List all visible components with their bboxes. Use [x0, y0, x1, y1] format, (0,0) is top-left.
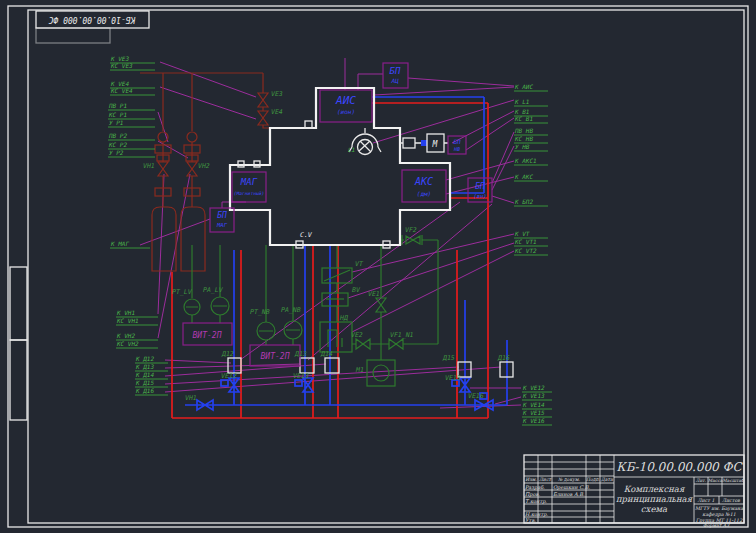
- terminal-label: КС VТ2: [514, 247, 537, 254]
- terminal-label: К VЕ15: [522, 409, 545, 416]
- motor-label: М: [432, 140, 439, 149]
- tag-ve16: VЕ16: [468, 392, 484, 400]
- terminal-label: К VЕ3: [110, 55, 129, 62]
- doc-title-2: принципиальная: [616, 494, 694, 504]
- terminal-label: У Р2: [109, 149, 124, 156]
- bp-mag-sub: МАГ: [216, 222, 228, 228]
- col-doc: № докум.: [558, 477, 581, 483]
- terminal-label: ПВ Р1: [108, 102, 127, 109]
- terminal-label: К БП2: [514, 198, 533, 205]
- sheets-cell: Листов: [722, 498, 740, 503]
- terminal-label: К В1: [514, 108, 529, 115]
- tag-vn2: VН2: [198, 162, 210, 170]
- col-list: Лист: [539, 477, 551, 482]
- pump-m1-box: [367, 360, 395, 386]
- foreline-piping: [192, 235, 438, 360]
- bp-vn-sub: (вн): [473, 193, 486, 199]
- terminal-label: К VЕ4: [110, 80, 129, 87]
- row-utv-role: Утв.: [525, 517, 536, 523]
- filing-stamp-text: КБ-10.00.00.000 ФС: [48, 15, 136, 24]
- bp-top-label: БП: [390, 66, 401, 76]
- cad-drawing-sheet: КБ-10.00.00.000 ФС: [0, 0, 756, 533]
- cv-label: С.V: [300, 231, 313, 239]
- drawing-frame-inner: [28, 10, 744, 523]
- terminal-label: КС VЕ4: [110, 87, 133, 94]
- tag-d14: Д14: [320, 350, 333, 358]
- tag-pa-nb: PA_NB: [281, 306, 301, 314]
- vit2-label: ВИТ-2П: [261, 352, 290, 361]
- tag-ve12: VЕ12: [221, 372, 237, 380]
- side-stamp-1: [10, 267, 27, 340]
- aks-label: АКС: [414, 176, 433, 187]
- org-line-2: кафедра №11: [702, 512, 736, 517]
- tag-vt: VТ: [355, 260, 364, 268]
- terminal-label: К Д13: [135, 363, 154, 370]
- filing-stamp-box-2: [36, 28, 110, 43]
- ais-label: АИС: [335, 94, 356, 107]
- terminal-label: К Д14: [135, 371, 154, 378]
- terminal-label: КС Р2: [108, 141, 127, 148]
- feedthrough-box: [403, 138, 415, 148]
- tag-pt-lv: PT_LV: [172, 288, 193, 296]
- terminal-label: У НВ: [515, 143, 530, 150]
- doc-title-3: схема: [641, 504, 668, 514]
- row-razrab-role: Разраб.: [525, 484, 545, 491]
- tag-ve3: VЕ3: [271, 90, 283, 98]
- row-prov-name: Блинов А.В.: [553, 491, 585, 497]
- col-izm: Изм.: [525, 477, 537, 482]
- tag-vn1: VН1: [143, 162, 155, 170]
- valve-actuator-ve13: [295, 380, 302, 386]
- title-block: КБ-10.00.00.000 ФС Комплексная принципиа…: [524, 455, 745, 524]
- doc-number: КБ-10.00.00.000 ФС: [616, 460, 743, 474]
- tag-bv: BV: [352, 286, 361, 294]
- lit-header: Лит.: [696, 478, 707, 483]
- bp-mag-label: БП: [217, 211, 227, 220]
- device-vt-mark: [324, 270, 350, 281]
- bp-vn-label: БП: [475, 182, 485, 191]
- massa-header: Масса: [708, 478, 723, 483]
- terminal-label: К Д16: [135, 387, 154, 394]
- mag-sublabel: (Магнитный): [234, 191, 264, 196]
- bp-nv-label: БП: [453, 138, 461, 145]
- coupling-block: [421, 140, 427, 146]
- vit1-label: ВИТ-2П: [193, 331, 222, 340]
- terminal-label: ПВ Р2: [108, 132, 127, 139]
- tag-ve15: VЕ15: [445, 374, 461, 382]
- terminal-label: К VЕ12: [522, 384, 545, 391]
- mag-label: МАГ: [240, 177, 258, 187]
- terminal-label: КС Р1: [108, 111, 127, 118]
- row-prov-role: Пров.: [525, 491, 540, 498]
- gas-cylinder-2: [181, 207, 205, 271]
- bp-top-sub: АЦ: [390, 77, 399, 84]
- terminal-label: КС В1: [514, 115, 533, 122]
- terminal-label: КС VН1: [116, 317, 139, 324]
- terminal-label: К VН2: [116, 332, 135, 339]
- format-note: Формат А3: [703, 523, 730, 528]
- terminal-label: К VН1: [116, 309, 135, 316]
- terminal-label: КС VТ1: [514, 238, 537, 245]
- terminal-label: К Д12: [135, 355, 154, 362]
- gas-gauge-2: [187, 132, 197, 142]
- terminal-label: К АКС1: [514, 157, 537, 164]
- terminal-label: К АИС: [514, 83, 533, 90]
- terminal-label: К VЕ13: [522, 392, 545, 399]
- sensor-d14: [325, 358, 339, 373]
- terminal-label: К Д15: [135, 379, 154, 386]
- ion-gauge-l1-body: [358, 140, 373, 155]
- tag-l1: L1: [348, 146, 355, 153]
- masshtab-header: Масштаб: [722, 478, 745, 483]
- tag-d16: Д16: [497, 354, 510, 362]
- aks-sublabel: (дм): [417, 190, 431, 197]
- terminal-label: К L1: [514, 98, 529, 105]
- terminal-label: К МАГ: [110, 240, 129, 247]
- bp-nv-sub: НВ: [453, 146, 460, 152]
- terminal-label: ПВ НВ: [514, 127, 533, 134]
- tag-nd: НД: [339, 314, 348, 322]
- pump-m1-rotor: [373, 365, 389, 381]
- tag-d13: Д13: [294, 350, 307, 358]
- terminal-label: К VЕ14: [522, 401, 545, 408]
- tag-ve2: VЕ2: [351, 331, 363, 339]
- terminal-label: КС VЕ3: [110, 62, 133, 69]
- col-data: Дата: [601, 477, 613, 482]
- tag-d12: Д12: [221, 350, 234, 358]
